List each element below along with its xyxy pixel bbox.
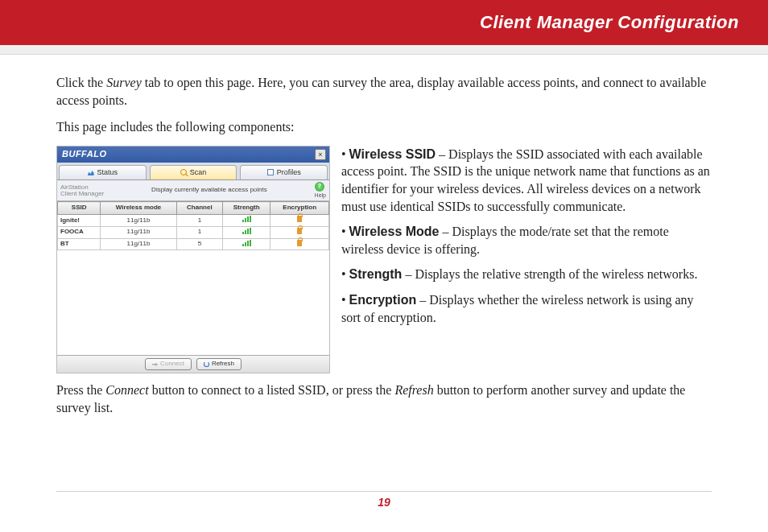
tab-status[interactable]: Status	[59, 165, 147, 179]
bullet-label: Strength	[349, 267, 403, 281]
figure-and-bullets: BUFFALO × Status Scan Profiles AirStatio…	[56, 146, 712, 373]
col-mode[interactable]: Wireless mode	[101, 202, 176, 215]
tab-bar: Status Scan Profiles	[57, 163, 329, 180]
page-number: 19	[378, 496, 390, 509]
profiles-icon	[267, 169, 274, 175]
cell-ssid: Ignite!	[58, 215, 101, 227]
table-empty-area	[57, 250, 329, 355]
bullet-list: • Wireless SSID – Displays the SSID asso…	[341, 146, 712, 334]
cell-channel: 5	[176, 238, 222, 250]
close-icon[interactable]: ×	[315, 149, 326, 160]
table-row[interactable]: FOOCA 11g/11b 1	[58, 226, 329, 238]
help-label: Help	[315, 192, 326, 199]
cell-channel: 1	[176, 226, 222, 238]
bullet-label: Wireless SSID	[349, 147, 436, 161]
cell-channel: 1	[176, 215, 222, 227]
outro-paragraph: Press the Connect button to connect to a…	[56, 381, 712, 416]
cell-mode: 11g/11b	[101, 226, 176, 238]
text: Click the	[56, 76, 106, 89]
survey-tab-ref: Survey	[106, 76, 142, 89]
cell-ssid: FOOCA	[58, 226, 101, 238]
search-icon	[180, 169, 187, 175]
header-underband	[0, 45, 768, 55]
tab-profiles[interactable]: Profiles	[240, 165, 328, 179]
cell-encryption	[270, 238, 329, 250]
subheader-caption: Display currently available access point…	[104, 186, 314, 195]
lock-icon	[297, 216, 302, 222]
intro-paragraph-1: Click the Survey tab to open this page. …	[56, 74, 712, 109]
window-titlebar: BUFFALO ×	[57, 146, 329, 163]
text: tab to open this page. Here, you can sur…	[56, 76, 706, 107]
button-label: Refresh	[212, 360, 234, 369]
page-title: Client Manager Configuration	[480, 12, 739, 33]
subheader: AirStation Client Manager Display curren…	[57, 180, 329, 201]
bullet-text: – Displays the relative strength of the …	[402, 267, 697, 281]
cell-encryption	[270, 226, 329, 238]
tab-label: Profiles	[277, 167, 301, 177]
embedded-screenshot: BUFFALO × Status Scan Profiles AirStatio…	[56, 146, 330, 373]
window-footer: Connect Refresh	[57, 355, 329, 373]
cell-ssid: BT	[58, 238, 101, 250]
signal-bars-icon	[242, 216, 251, 222]
connect-ref: Connect	[105, 383, 148, 397]
bullet-label: Encryption	[349, 293, 417, 307]
tab-label: Scan	[190, 167, 207, 177]
signal-bars-icon	[242, 240, 251, 246]
cell-mode: 11g/11b	[101, 238, 176, 250]
table-row[interactable]: BT 11g/11b 5	[58, 238, 329, 250]
brand-logo: BUFFALO	[62, 148, 106, 160]
bullet-strength: • Strength – Displays the relative stren…	[341, 266, 712, 283]
bullet-label: Wireless Mode	[349, 225, 440, 238]
lock-icon	[297, 228, 302, 234]
table-header-row: SSID Wireless mode Channel Strength Encr…	[58, 202, 329, 215]
intro-paragraph-2: This page includes the following compone…	[56, 118, 712, 136]
text: button to connect to a listed SSID, or p…	[149, 383, 395, 397]
help-group[interactable]: ? Help	[315, 182, 326, 199]
text: Client Manager	[60, 191, 104, 197]
cell-mode: 11g/11b	[101, 215, 176, 227]
button-label: Connect	[160, 360, 184, 369]
status-icon	[88, 169, 94, 175]
bullet-encryption: • Encryption – Displays whether the wire…	[341, 291, 712, 326]
content-area: Click the Survey tab to open this page. …	[0, 55, 768, 416]
connect-button[interactable]: Connect	[145, 358, 192, 370]
cell-strength	[223, 226, 270, 238]
cell-strength	[223, 215, 270, 227]
table-row[interactable]: Ignite! 11g/11b 1	[58, 215, 329, 227]
subheader-left: AirStation Client Manager	[60, 184, 104, 197]
col-strength[interactable]: Strength	[223, 202, 270, 215]
tab-label: Status	[97, 167, 118, 177]
col-channel[interactable]: Channel	[176, 202, 222, 215]
cell-strength	[223, 238, 270, 250]
header-band: Client Manager Configuration	[0, 0, 768, 45]
tab-scan[interactable]: Scan	[150, 165, 237, 179]
col-ssid[interactable]: SSID	[58, 202, 101, 215]
refresh-icon	[204, 361, 209, 367]
connect-icon	[152, 361, 158, 367]
lock-icon	[297, 240, 302, 246]
text: Press the	[56, 383, 105, 397]
refresh-button[interactable]: Refresh	[196, 358, 242, 370]
page-footer: 19	[56, 491, 712, 509]
refresh-ref: Refresh	[394, 383, 433, 397]
help-icon: ?	[315, 182, 324, 192]
bullet-ssid: • Wireless SSID – Displays the SSID asso…	[341, 146, 712, 215]
signal-bars-icon	[242, 228, 251, 234]
bullet-mode: • Wireless Mode – Displays the mode/rate…	[341, 223, 712, 258]
access-point-table: SSID Wireless mode Channel Strength Encr…	[57, 201, 329, 250]
